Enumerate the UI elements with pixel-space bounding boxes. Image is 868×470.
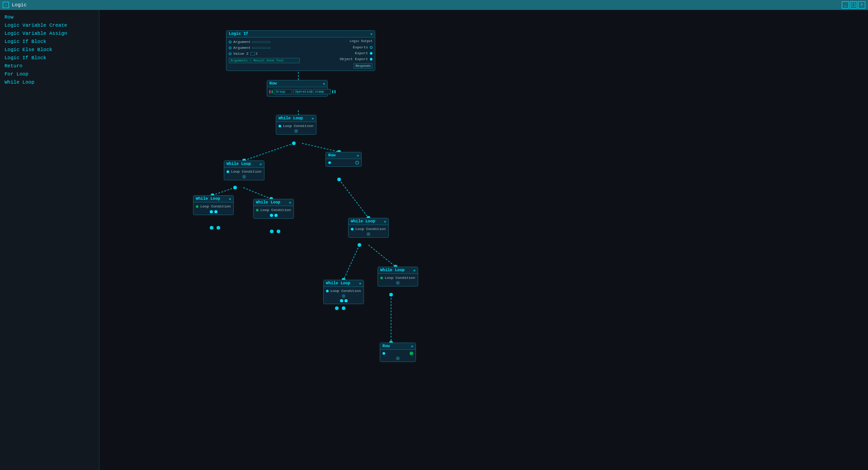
sidebar-item-7[interactable]: For Loop (3, 70, 96, 78)
port-out-1[interactable] (370, 46, 373, 49)
sidebar-item-0[interactable]: Row (3, 14, 96, 21)
row-node-3-close[interactable]: × (411, 344, 413, 348)
stepper[interactable] (250, 52, 255, 56)
row-group-field[interactable]: Group (274, 89, 292, 94)
while-loop-4-dot2[interactable] (274, 214, 278, 217)
while-loop-2-body: Loop Condition (224, 168, 264, 180)
while-loop-1-port-in[interactable] (278, 125, 281, 127)
while-loop-6-port-out[interactable] (342, 294, 345, 298)
svg-point-16 (337, 178, 341, 181)
responds-label: Responds (354, 63, 373, 69)
sidebar-item-2[interactable]: Logic Variable Assign (3, 30, 96, 37)
while-loop-6-header: While Loop × (324, 280, 363, 287)
row-node-1[interactable]: Row × Group Operations stamp (267, 80, 328, 97)
while-loop-4-body: Loop Condition (254, 206, 293, 218)
svg-point-27 (335, 306, 339, 310)
while-loop-7-close[interactable]: × (413, 268, 415, 273)
while-loop-1-close[interactable]: × (311, 117, 314, 121)
canvas: Logic If × Argument Argument Value 2 (99, 10, 868, 470)
while-loop-2-close[interactable]: × (259, 162, 262, 166)
row-node-2-body (326, 159, 361, 166)
svg-point-21 (389, 293, 393, 296)
while-loop-2-header: While Loop × (224, 161, 264, 168)
while-loop-6-port-in[interactable] (326, 290, 329, 292)
port-in-2[interactable] (229, 47, 231, 49)
sidebar-item-8[interactable]: While Loop (3, 79, 96, 86)
row-node-2[interactable]: Row × (326, 152, 362, 167)
while-loop-7-condition: Loop Condition (380, 275, 415, 280)
row-node-2-port-out[interactable] (355, 161, 359, 164)
while-loop-3[interactable]: While Loop × Loop Condition (193, 195, 234, 215)
bottom-label: Arguments / Result Done Tool (229, 58, 300, 63)
while-loop-6-close[interactable]: × (359, 282, 361, 286)
sidebar-item-4[interactable]: Logic Else Block (3, 46, 96, 53)
field-1[interactable] (252, 41, 270, 43)
row-node-2-header: Row × (326, 152, 361, 159)
port-green[interactable] (272, 90, 273, 94)
sidebar-item-6[interactable]: Return (3, 62, 96, 70)
while-loop-2-title: While Loop (226, 162, 251, 166)
field-2[interactable] (252, 47, 270, 49)
port-red[interactable] (269, 90, 270, 94)
svg-line-8 (368, 245, 396, 267)
while-loop-7[interactable]: While Loop × Loop Condition (377, 267, 418, 287)
title-bar: ~ Logic _ [] X (0, 0, 868, 10)
row-node-1-close[interactable]: × (323, 82, 325, 86)
while-loop-3-port-in[interactable] (196, 205, 198, 208)
while-loop-4-port-in[interactable] (256, 209, 259, 212)
output-row-1: Exports (353, 45, 373, 50)
while-loop-2[interactable]: While Loop × Loop Condition (224, 160, 264, 180)
while-loop-7-port-in[interactable] (380, 277, 383, 279)
sidebar-item-3[interactable]: Logic If Block (3, 38, 96, 45)
while-loop-2-condition: Loop Condition (226, 169, 262, 174)
logic-if-node-top[interactable]: Logic If × Argument Argument Value 2 (226, 30, 375, 71)
port-out-2[interactable] (370, 52, 373, 55)
svg-line-6 (339, 179, 368, 218)
while-loop-5-condition: Loop Condition (351, 226, 386, 231)
while-loop-3-dot1[interactable] (210, 210, 213, 213)
row-stamp-field[interactable]: stamp (313, 89, 331, 94)
while-loop-6[interactable]: While Loop × Loop Condition (323, 280, 364, 304)
sidebar-item-5[interactable]: Logic If Block (3, 54, 96, 61)
row-node-3-port (382, 351, 413, 356)
while-loop-1-port-out[interactable] (294, 129, 298, 133)
sidebar-item-1[interactable]: Logic Variable Create (3, 22, 96, 29)
row-node-3-port-out[interactable] (396, 357, 400, 360)
logic-output-label: Logic Output (350, 39, 373, 43)
while-loop-3-dot2[interactable] (214, 210, 217, 213)
while-loop-7-port-out[interactable] (396, 281, 400, 285)
while-loop-4-dot1[interactable] (270, 214, 273, 217)
while-loop-2-port-out[interactable] (242, 175, 246, 179)
port-out-row1[interactable] (332, 90, 333, 94)
row-ops-field[interactable]: Operations (293, 89, 311, 94)
while-loop-5[interactable]: While Loop × Loop Condition (348, 218, 389, 238)
row-node-3-port-in[interactable] (382, 352, 385, 355)
minimize-button[interactable]: _ (842, 1, 849, 9)
logic-if-close[interactable]: × (370, 32, 373, 36)
app-icon: ~ (5, 3, 7, 7)
while-loop-1-title: While Loop (278, 116, 303, 121)
close-button[interactable]: X (858, 1, 865, 9)
port-out-row2[interactable] (335, 90, 335, 94)
maximize-button[interactable]: [] (850, 1, 857, 9)
while-loop-5-port-in[interactable] (351, 228, 354, 230)
port-in-3[interactable] (229, 52, 231, 55)
while-loop-5-port-out[interactable] (367, 232, 370, 236)
while-loop-4-close[interactable]: × (289, 201, 291, 205)
while-loop-1[interactable]: While Loop × Loop Condition (276, 115, 316, 135)
logic-if-node-header: Logic If × (226, 31, 375, 38)
port-out-3[interactable] (370, 58, 373, 61)
row-node-3[interactable]: Row × (380, 343, 416, 362)
while-loop-5-close[interactable]: × (384, 220, 386, 224)
while-loop-3-condition: Loop Condition (196, 204, 231, 209)
while-loop-4[interactable]: While Loop × Loop Condition (253, 199, 294, 219)
while-loop-6-dot2[interactable] (344, 299, 348, 302)
row-node-2-port-in[interactable] (328, 161, 331, 164)
while-loop-3-close[interactable]: × (229, 197, 231, 201)
while-loop-6-dot1[interactable] (340, 299, 343, 302)
row-node-2-close[interactable]: × (357, 154, 359, 158)
row-node-2-title: Row (328, 153, 335, 158)
row-node-3-port-green[interactable] (410, 352, 413, 355)
while-loop-2-port-in[interactable] (226, 170, 229, 173)
port-in-1[interactable] (229, 41, 231, 43)
